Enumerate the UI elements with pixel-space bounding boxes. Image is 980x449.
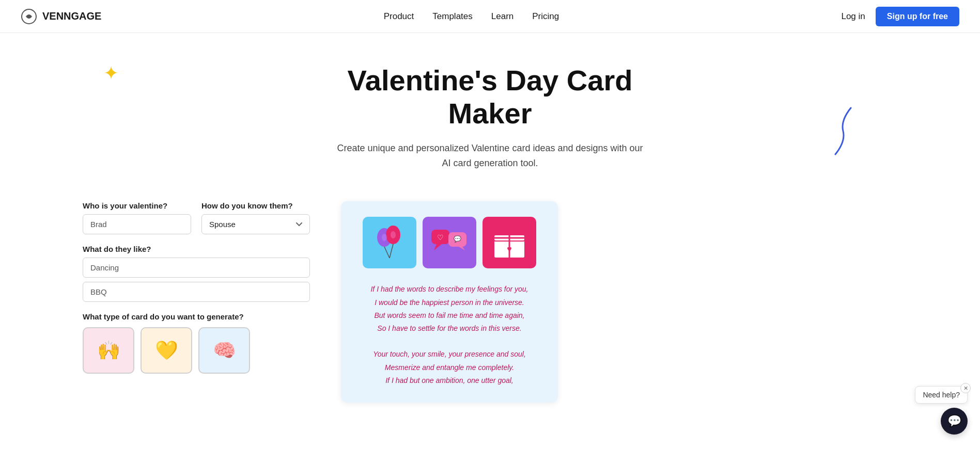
fun-icon: 🙌 [93, 335, 124, 366]
login-link[interactable]: Log in [841, 11, 865, 22]
logo-icon [21, 8, 37, 25]
star-decoration-left: ✦ [103, 64, 119, 83]
like1-group [83, 258, 310, 278]
chat-help-label: Need help? [915, 386, 968, 404]
nav-product[interactable]: Product [384, 11, 414, 22]
chat-open-button[interactable]: 💬 [941, 408, 968, 423]
hero-title: Valentine's Day Card Maker [309, 64, 671, 131]
logo-link[interactable]: VENNGAGE [21, 8, 101, 25]
svg-text:♥: ♥ [507, 245, 512, 253]
chat-widget: Need help? ✕ 💬 [915, 386, 968, 423]
nav-actions: Log in Sign up for free [841, 7, 959, 26]
likes-group: What do they like? [83, 245, 310, 302]
know-group: How do you know them? Spouse Partner Fri… [201, 201, 310, 234]
heartfelt-icon: 💛 [151, 335, 182, 366]
likes-label: What do they like? [83, 245, 310, 253]
hero-subtitle: Create unique and personalized Valentine… [335, 141, 645, 171]
like2-input[interactable] [83, 282, 310, 302]
like1-input[interactable] [83, 258, 310, 278]
card-text: If I had the words to describe my feelin… [356, 283, 542, 387]
thoughtful-icon: 🧠 [209, 335, 240, 366]
know-label: How do you know them? [201, 201, 310, 210]
know-select[interactable]: Spouse Partner Friend Family Colleague [201, 214, 310, 234]
gift-svg: ♥ [489, 222, 530, 263]
svg-line-3 [384, 247, 390, 258]
card-type-fun[interactable]: 🙌 [83, 327, 134, 374]
hero-section: ✦ Valentine's Day Card Maker Create uniq… [0, 33, 980, 181]
card-img-balloons [363, 217, 416, 268]
nav-templates[interactable]: Templates [432, 11, 472, 22]
card-verse: If I had the words to describe my feelin… [356, 283, 542, 387]
form-row-top: Who is your valentine? How do you know t… [83, 201, 310, 234]
valentine-label: Who is your valentine? [83, 201, 191, 210]
svg-text:♡: ♡ [437, 233, 444, 242]
svg-marker-10 [459, 247, 465, 250]
navbar: VENNGAGE Product Templates Learn Pricing… [0, 0, 980, 33]
valentine-group: Who is your valentine? [83, 201, 191, 234]
preview-card: ♡ 💬 ♥ [341, 201, 558, 403]
svg-point-5 [382, 234, 387, 241]
preview-section: ♡ 💬 ♥ [341, 201, 897, 403]
valentine-input[interactable] [83, 214, 191, 234]
card-type-heartfelt[interactable]: 💛 [141, 327, 192, 374]
main-content: Who is your valentine? How do you know t… [0, 181, 980, 423]
speech-svg: ♡ 💬 [429, 224, 470, 261]
card-images: ♡ 💬 ♥ [356, 217, 542, 268]
chat-bubble-wrapper: Need help? ✕ [915, 386, 968, 404]
logo-text: VENNGAGE [42, 10, 101, 22]
chat-close-button[interactable]: ✕ [960, 383, 971, 393]
svg-marker-8 [434, 244, 442, 250]
nav-learn[interactable]: Learn [491, 11, 514, 22]
chat-icon: 💬 [947, 414, 961, 423]
signup-button[interactable]: Sign up for free [876, 7, 959, 26]
balloons-svg [371, 222, 408, 263]
card-img-speech: ♡ 💬 [423, 217, 476, 268]
card-type-group: What type of card do you want to generat… [83, 312, 310, 374]
card-type-label: What type of card do you want to generat… [83, 312, 310, 321]
nav-pricing[interactable]: Pricing [532, 11, 559, 22]
card-type-options: 🙌 💛 🧠 [83, 327, 310, 374]
svg-text:💬: 💬 [454, 235, 461, 243]
nav-links: Product Templates Learn Pricing [384, 11, 559, 22]
like2-group [83, 282, 310, 302]
card-img-gift: ♥ [483, 217, 536, 268]
card-type-thoughtful[interactable]: 🧠 [198, 327, 250, 374]
svg-line-4 [390, 244, 393, 258]
brush-stroke-decoration [825, 105, 856, 157]
svg-point-6 [391, 231, 396, 238]
form-section: Who is your valentine? How do you know t… [83, 201, 310, 374]
